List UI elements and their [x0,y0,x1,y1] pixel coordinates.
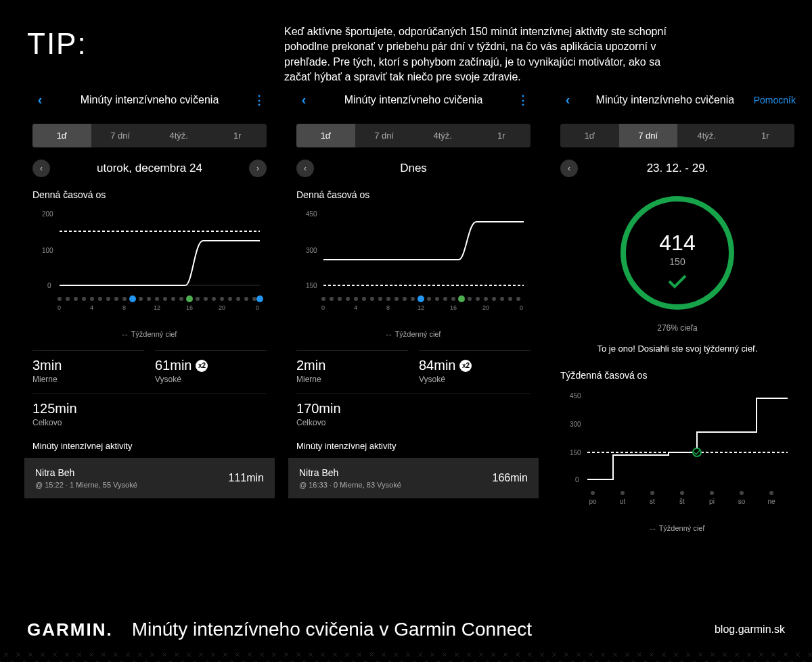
svg-text:20: 20 [482,304,489,311]
svg-text:16: 16 [450,304,457,311]
svg-point-24 [228,297,232,301]
date-label: Dnes [314,162,513,175]
svg-text:so: so [738,498,746,505]
svg-point-7 [74,297,78,301]
activity-name: Nitra Beh [35,467,229,478]
prev-day-button[interactable]: ‹ [296,160,314,177]
tab-1y[interactable]: 1r [472,124,531,147]
tab-1d[interactable]: 1ď [32,124,91,147]
more-menu-icon[interactable]: ⋮ [250,98,268,102]
svg-text:100: 100 [42,247,53,254]
svg-text:300: 300 [306,247,317,254]
svg-point-5 [58,297,62,301]
tab-4w[interactable]: 4týž. [413,124,472,147]
more-menu-icon[interactable]: ⋮ [514,98,532,102]
moderate-stat: 2min Mierne [296,350,408,391]
panel-title: Minúty intenzívneho cvičenia [313,94,514,106]
next-day-button[interactable]: › [249,160,267,177]
tab-1y[interactable]: 1r [736,124,795,147]
range-tabs: 1ď 7 dní 4týž. 1r [296,124,531,147]
range-tabs: 1ď 7 dní 4týž. 1r [32,124,267,147]
svg-text:0: 0 [520,304,523,311]
activity-minutes: 111min [229,472,264,484]
chart-legend: - - Týždenný cieľ [552,519,803,542]
svg-text:16: 16 [186,304,193,311]
check-icon [669,276,685,287]
svg-point-64 [516,297,520,301]
svg-point-59 [476,297,480,301]
svg-point-23 [220,297,224,301]
panel-week: ‹ Minúty intenzívneho cvičenia Pomocník … [552,81,803,542]
progress-ring: 414 150 [616,192,738,314]
date-range-label: 23. 12. - 29. [578,162,777,175]
tab-7d[interactable]: 7 dní [355,124,414,147]
tab-1d[interactable]: 1ď [296,124,355,147]
svg-point-17 [163,297,167,301]
activity-meta: @ 16:33 · 0 Mierne, 83 Vysoké [299,481,493,489]
daily-chart: 450 300 150 048 1216200 [288,207,539,318]
svg-point-15 [147,297,151,301]
svg-point-28 [129,295,136,302]
svg-point-85 [650,491,654,495]
activity-list-heading: Minúty intenzívnej aktivity [24,434,275,458]
svg-text:200: 200 [42,210,53,218]
svg-text:0: 0 [321,304,325,311]
activity-item[interactable]: Nitra Beh @ 16:33 · 0 Mierne, 83 Vysoké … [288,458,539,498]
activity-meta: @ 15:22 · 1 Mierne, 55 Vysoké [35,481,229,489]
prev-day-button[interactable]: ‹ [32,160,50,177]
activity-list-heading: Minúty intenzívnej aktivity [288,434,539,458]
svg-point-62 [500,297,504,301]
svg-point-19 [179,297,183,301]
blog-url-label: blog.garmin.sk [715,623,785,636]
zigzag-divider [0,653,812,662]
svg-point-89 [769,491,773,495]
svg-point-9 [90,297,94,301]
svg-text:ne: ne [767,498,775,505]
weekly-chart: 450 300 150 0 poutst štpisone [552,387,803,512]
back-icon[interactable]: ‹ [295,92,313,108]
svg-point-56 [443,297,447,301]
svg-text:4: 4 [90,304,93,311]
svg-point-47 [362,297,366,301]
svg-point-55 [435,297,439,301]
svg-text:4: 4 [354,304,357,311]
tab-4w[interactable]: 4týž. [677,124,736,147]
svg-text:8: 8 [386,304,390,311]
panel-day-1: ‹ Minúty intenzívneho cvičenia ⋮ 1ď 7 dn… [24,81,275,542]
svg-text:0: 0 [47,282,51,289]
tab-4w[interactable]: 4týž. [150,124,208,147]
tab-1y[interactable]: 1r [208,124,267,147]
svg-text:0: 0 [575,476,579,483]
svg-text:ut: ut [620,498,626,505]
svg-text:0: 0 [58,304,61,311]
svg-point-46 [354,297,358,301]
svg-point-86 [680,491,684,495]
activity-item[interactable]: Nitra Beh @ 15:22 · 1 Mierne, 55 Vysoké … [24,458,275,498]
svg-point-16 [155,297,159,301]
help-link[interactable]: Pomocník [754,95,796,105]
svg-point-18 [171,297,175,301]
svg-point-84 [621,491,625,495]
svg-point-20 [196,297,200,301]
total-stat: 170min Celkovo [296,394,531,434]
prev-week-button[interactable]: ‹ [560,160,578,177]
svg-point-21 [204,297,208,301]
back-icon[interactable]: ‹ [559,92,577,108]
svg-point-63 [508,297,512,301]
svg-text:150: 150 [570,449,581,456]
svg-text:po: po [589,498,597,505]
back-icon[interactable]: ‹ [31,92,49,108]
vigorous-stat: 61minx2 Vysoké [155,350,267,391]
svg-text:300: 300 [570,421,581,428]
svg-point-30 [256,295,263,302]
svg-point-87 [710,491,714,495]
svg-point-22 [212,297,216,301]
tab-1d[interactable]: 1ď [560,124,619,147]
activity-minutes: 166min [493,472,528,484]
svg-point-82 [693,448,701,456]
tip-heading: TIP: [27,27,87,61]
tab-7d[interactable]: 7 dní [619,124,678,147]
svg-text:450: 450 [570,392,581,400]
garmin-logo: GARMIN. [27,619,113,640]
tab-7d[interactable]: 7 dní [91,124,150,147]
